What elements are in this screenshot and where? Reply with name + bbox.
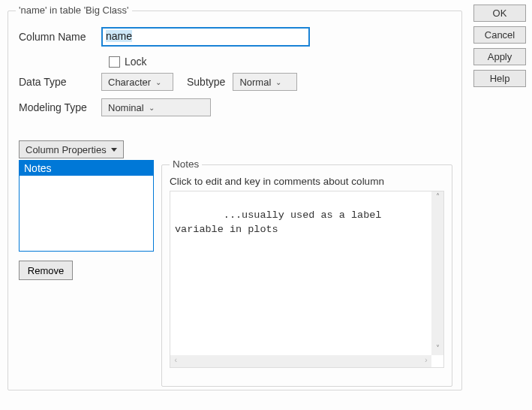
modeling-type-select[interactable]: Nominal ⌄ — [101, 98, 211, 116]
notes-text: ...usually used as a label variable in p… — [175, 210, 388, 235]
column-info-group: 'name' in table 'Big Class' Column Name … — [8, 11, 462, 390]
data-type-value: Character — [108, 77, 151, 88]
subtype-label: Subtype — [187, 76, 225, 88]
data-type-label: Data Type — [19, 76, 101, 88]
column-name-value: name — [106, 30, 132, 42]
form-rows: Column Name name Lock Data Type Characte… — [19, 26, 451, 122]
vertical-scrollbar[interactable]: ˄ ˅ — [431, 191, 443, 355]
chevron-down-icon: ⌄ — [149, 104, 155, 112]
column-name-label: Column Name — [19, 31, 101, 43]
lock-label: Lock — [125, 56, 147, 68]
notes-textarea[interactable]: ...usually used as a label variable in p… — [170, 191, 444, 368]
cancel-button[interactable]: Cancel — [473, 26, 526, 44]
column-name-field[interactable]: name — [101, 27, 310, 47]
data-type-select[interactable]: Character ⌄ — [101, 73, 173, 91]
ok-button[interactable]: OK — [473, 5, 526, 22]
triangle-down-icon — [111, 148, 117, 152]
column-properties-label: Column Properties — [26, 144, 107, 155]
notes-hint: Click to edit and key in comments about … — [170, 176, 384, 187]
horizontal-scrollbar[interactable]: ‹ › — [170, 355, 431, 367]
column-properties-list[interactable]: Notes — [19, 160, 154, 252]
subtype-value: Normal — [239, 77, 271, 88]
scroll-left-icon[interactable]: ‹ — [173, 355, 179, 366]
modeling-type-label: Modeling Type — [19, 101, 101, 113]
notes-title: Notes — [170, 158, 202, 170]
chevron-down-icon: ⌄ — [155, 78, 161, 86]
apply-button[interactable]: Apply — [473, 48, 526, 65]
group-title: 'name' in table 'Big Class' — [16, 5, 132, 16]
subtype-select[interactable]: Normal ⌄ — [233, 73, 297, 91]
help-button[interactable]: Help — [473, 70, 526, 87]
scroll-down-icon[interactable]: ˅ — [431, 343, 443, 355]
lock-checkbox[interactable] — [109, 56, 120, 68]
dialog-button-bar: OK Cancel Apply Help — [473, 5, 526, 87]
modeling-type-value: Nominal — [108, 102, 144, 113]
scroll-up-icon[interactable]: ˄ — [431, 191, 443, 203]
chevron-down-icon: ⌄ — [275, 78, 281, 86]
column-properties-button[interactable]: Column Properties — [19, 140, 124, 158]
notes-group: Notes Click to edit and key in comments … — [161, 164, 452, 387]
scroll-right-icon[interactable]: › — [423, 355, 428, 366]
dialog-root: OK Cancel Apply Help 'name' in table 'Bi… — [0, 0, 532, 410]
list-item[interactable]: Notes — [20, 161, 153, 176]
remove-button[interactable]: Remove — [19, 261, 73, 280]
